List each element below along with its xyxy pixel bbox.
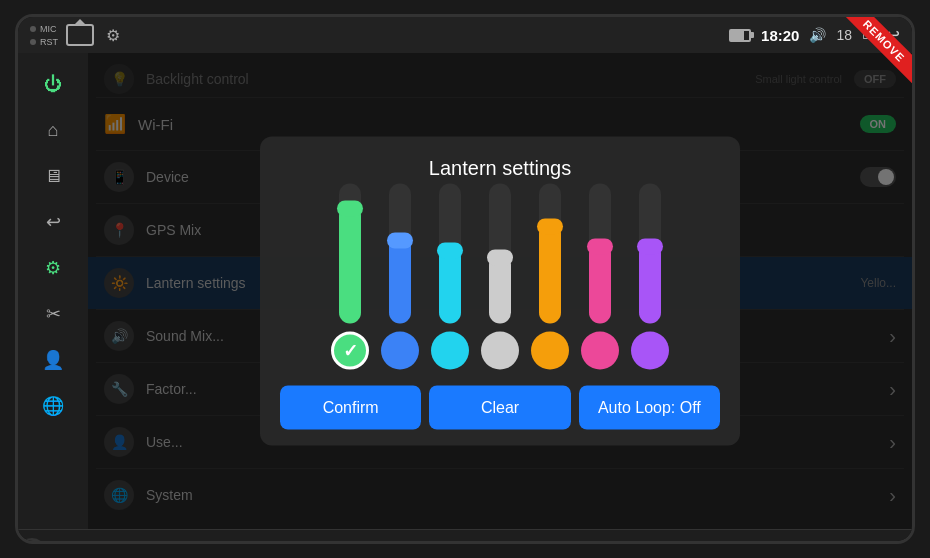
- sidebar-item-power[interactable]: ⏻: [23, 63, 83, 105]
- modal-title: Lantern settings: [280, 157, 720, 180]
- slider-col-pink: [581, 184, 619, 370]
- home-button[interactable]: [66, 24, 94, 46]
- status-bar: MIC RST ⚙ 18:20 🔊 18 ▭ ↩: [18, 17, 912, 53]
- status-dots: MIC RST: [30, 24, 58, 47]
- sidebar-item-tools[interactable]: ✂: [23, 293, 83, 335]
- slider-col-cyan: [431, 184, 469, 370]
- battery-icon: [729, 29, 751, 42]
- auto-loop-button[interactable]: Auto Loop: Off: [579, 386, 720, 430]
- slider-track-white[interactable]: [489, 184, 511, 324]
- slider-track-purple[interactable]: [639, 184, 661, 324]
- sidebar-item-back[interactable]: ↩: [23, 201, 83, 243]
- color-circle-green[interactable]: ✓: [331, 332, 369, 370]
- slider-col-orange: [531, 184, 569, 370]
- color-circle-orange[interactable]: [531, 332, 569, 370]
- lantern-modal: Lantern settings ✓: [260, 137, 740, 446]
- confirm-button[interactable]: Confirm: [280, 386, 421, 430]
- volume-icon: 🔊: [809, 27, 826, 43]
- color-circle-blue[interactable]: [381, 332, 419, 370]
- slider-track-cyan[interactable]: [439, 184, 461, 324]
- remove-ribbon: REMOVE: [832, 17, 912, 97]
- sidebar-item-settings[interactable]: ⚙: [23, 247, 83, 289]
- slider-col-blue: [381, 184, 419, 370]
- device-frame: REMOVE MIC RST ⚙ 18:20 🔊 18: [15, 14, 915, 544]
- color-circle-cyan[interactable]: [431, 332, 469, 370]
- slider-track-pink[interactable]: [589, 184, 611, 324]
- steering-chevron: ›: [895, 540, 902, 544]
- checkmark-icon: ✓: [343, 340, 358, 362]
- sidebar-item-globe[interactable]: 🌐: [23, 385, 83, 427]
- color-circle-white[interactable]: [481, 332, 519, 370]
- slider-track-green[interactable]: [339, 184, 361, 324]
- sliders-row: ✓: [280, 200, 720, 370]
- sidebar-item-home[interactable]: ⌂: [23, 109, 83, 151]
- sidebar-item-display[interactable]: 🖥: [23, 155, 83, 197]
- mic-dot: MIC: [30, 24, 58, 34]
- slider-track-blue[interactable]: [389, 184, 411, 324]
- bottom-bar: 🎮 Steering Wheel Setting ›: [18, 529, 912, 544]
- sidebar: ⏻ ⌂ 🖥 ↩ ⚙ ✂ 👤 🌐: [18, 53, 88, 529]
- slider-col-white: [481, 184, 519, 370]
- rst-dot: RST: [30, 37, 58, 47]
- color-circle-pink[interactable]: [581, 332, 619, 370]
- sidebar-item-user[interactable]: 👤: [23, 339, 83, 381]
- status-left: MIC RST ⚙: [30, 24, 124, 47]
- main-content: ⏻ ⌂ 🖥 ↩ ⚙ ✂ 👤 🌐 💡 Backlight control Smal…: [18, 53, 912, 529]
- slider-col-purple: [631, 184, 669, 370]
- settings-icon[interactable]: ⚙: [102, 24, 124, 46]
- slider-col-green: ✓: [331, 184, 369, 370]
- slider-track-orange[interactable]: [539, 184, 561, 324]
- modal-buttons: Confirm Clear Auto Loop: Off: [280, 386, 720, 430]
- clear-button[interactable]: Clear: [429, 386, 570, 430]
- status-time: 18:20: [761, 27, 799, 44]
- settings-panel: 💡 Backlight control Small light control …: [88, 53, 912, 529]
- remove-label: REMOVE: [842, 17, 912, 83]
- steering-icon: 🎮: [18, 538, 46, 545]
- color-circle-purple[interactable]: [631, 332, 669, 370]
